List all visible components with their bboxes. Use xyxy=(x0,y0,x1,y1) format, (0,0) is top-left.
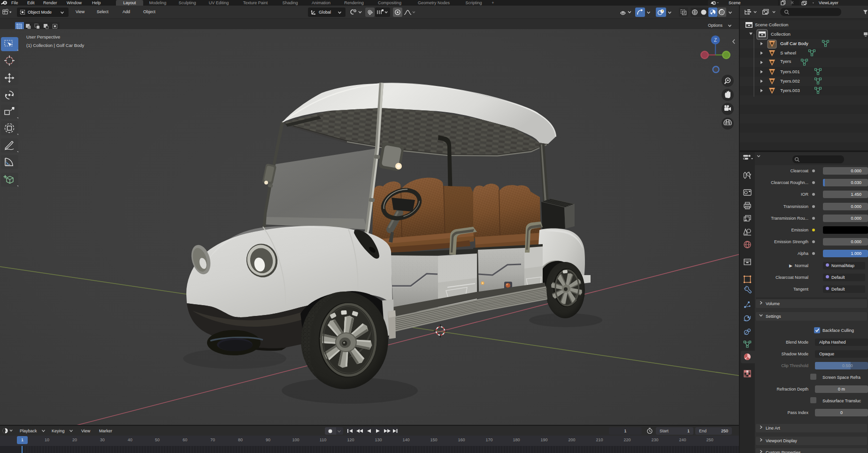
svg-text:(1) Collection | Golf Car Body: (1) Collection | Golf Car Body xyxy=(26,43,84,48)
svg-text:Z: Z xyxy=(714,38,717,43)
svg-text:User Perspective: User Perspective xyxy=(26,34,60,39)
